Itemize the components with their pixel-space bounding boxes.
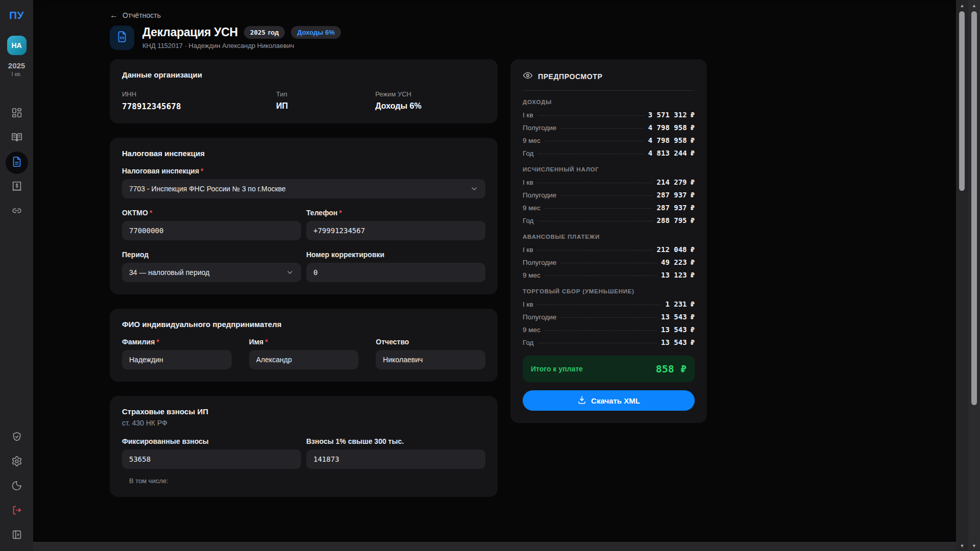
back-arrow-icon: ← <box>110 11 118 19</box>
total-due-value: 858 ₽ <box>656 363 687 375</box>
lastname-input[interactable] <box>122 350 232 369</box>
divider <box>523 90 695 91</box>
fixed-contrib-label: Фиксированные взносы <box>122 437 301 445</box>
window-edge <box>33 542 956 551</box>
required-mark: * <box>156 338 159 346</box>
year-badge: 2025 год <box>244 26 285 39</box>
extra-contrib-group: Взносы 1% свыше 300 тыс. <box>306 437 485 469</box>
panel-toggle-icon <box>11 529 22 542</box>
lastname-label: Фамилия* <box>122 338 232 346</box>
org-data-card: Данные организации ИНН 778912345678 Тип … <box>110 59 498 123</box>
receipt-icon <box>11 181 22 194</box>
sidebar-item-security[interactable] <box>6 427 28 449</box>
period-group: Период 34 — налоговый период <box>122 251 301 282</box>
document-icon <box>11 156 22 169</box>
sidebar-item-logout[interactable] <box>6 500 28 522</box>
window-scrollbar[interactable]: ▲ ▼ <box>968 0 980 551</box>
extra-contrib-label: Взносы 1% свыше 300 тыс. <box>306 437 485 445</box>
avatar[interactable]: НА <box>7 36 27 55</box>
scrollbar-thumb[interactable] <box>971 11 977 405</box>
fixed-contrib-input[interactable] <box>122 449 301 469</box>
inspection-card: Налоговая инспекция Налоговая инспекция*… <box>110 138 498 294</box>
correction-input[interactable] <box>306 263 485 282</box>
middlename-input[interactable] <box>376 350 485 369</box>
book-open-icon <box>11 132 22 145</box>
breadcrumb-back[interactable]: ← Отчётность <box>110 11 161 19</box>
card-title: Данные организации <box>122 70 485 79</box>
app-logo[interactable]: ПУ <box>9 9 24 21</box>
lastname-group: Фамилия* <box>122 338 232 369</box>
oktmo-group: ОКТМО* <box>122 209 301 240</box>
chevron-down-icon <box>470 185 478 193</box>
sidebar-year: 2025 <box>8 61 25 70</box>
sidebar-item-taxes[interactable] <box>6 176 28 198</box>
chevron-down-icon <box>286 268 294 277</box>
logout-icon <box>11 505 22 518</box>
sidebar-item-theme[interactable] <box>6 475 28 498</box>
preview-row: Год13 543₽ <box>523 338 695 346</box>
contributions-card: Страховые взносы ИП ст. 430 НК РФ Фиксир… <box>110 396 498 497</box>
download-icon <box>577 395 586 406</box>
preview-row: 9 мес13 123₽ <box>523 271 695 279</box>
middlename-group: Отчество <box>376 338 485 369</box>
page-subtitle: КНД 1152017 · Надеждин Александр Николае… <box>142 42 341 49</box>
required-mark: * <box>339 209 341 217</box>
sidebar-nav <box>6 103 28 223</box>
preview-section-title: АВАНСОВЫЕ ПЛАТЕЖИ <box>523 234 695 240</box>
page-title: Декларация УСН <box>142 26 238 39</box>
sidebar-item-collapse[interactable] <box>6 524 28 547</box>
sidebar-item-ledger[interactable] <box>6 127 28 149</box>
phone-input[interactable] <box>306 221 485 240</box>
link-icon <box>11 205 22 218</box>
sidebar-item-integrations[interactable] <box>6 201 28 223</box>
preview-section-title: ТОРГОВЫЙ СБОР (УМЕНЬШЕНИЕ) <box>523 288 695 294</box>
preview-row: 9 мес13 543₽ <box>523 325 695 334</box>
preview-row: Год288 795₽ <box>523 216 695 224</box>
gear-icon <box>11 456 22 469</box>
sidebar-item-reports[interactable] <box>6 152 28 174</box>
preview-row: I кв214 279₽ <box>523 178 695 186</box>
extra-contrib-input[interactable] <box>306 449 485 469</box>
moon-icon <box>11 480 22 493</box>
document-tile <box>110 26 134 50</box>
preview-row: I кв1 231₽ <box>523 300 695 308</box>
dashboard-icon <box>11 107 22 120</box>
required-mark: * <box>201 167 203 175</box>
content-scrollbar[interactable]: ▲ ▼ <box>956 0 968 551</box>
period-select[interactable]: 34 — налоговый период <box>122 263 301 282</box>
preview-section-title: ИСЧИСЛЕННЫЙ НАЛОГ <box>523 166 695 172</box>
sidebar-quarter: I кв. <box>12 71 22 77</box>
file-code-icon <box>115 30 129 45</box>
card-title: Налоговая инспекция <box>122 149 485 158</box>
scrollbar-thumb[interactable] <box>959 11 965 191</box>
card-subtitle: ст. 430 НК РФ <box>122 419 485 427</box>
card-title: ФИО индивидуального предпринимателя <box>122 320 485 329</box>
oktmo-input[interactable] <box>122 221 301 240</box>
inspection-select[interactable]: 7703 - Инспекция ФНС России № 3 по г.Мос… <box>122 179 485 198</box>
eye-icon <box>523 70 533 83</box>
phone-label: Телефон* <box>306 209 485 217</box>
scroll-down-arrow[interactable]: ▼ <box>956 543 968 548</box>
main-window: ← Отчётность Декларация УСН 2025 год Дох… <box>33 5 956 542</box>
correction-label: Номер корректировки <box>306 251 485 259</box>
preview-row: Полугодие49 223₽ <box>523 258 695 266</box>
including-label: В том числе: <box>129 477 485 485</box>
sidebar-nav-bottom <box>6 427 28 547</box>
download-xml-button[interactable]: Скачать XML <box>523 390 695 411</box>
inn-field: ИНН 778912345678 <box>122 90 276 111</box>
preview-row: I кв212 048₽ <box>523 245 695 254</box>
scroll-down-arrow[interactable]: ▼ <box>968 543 980 548</box>
preview-row: I кв3 571 312₽ <box>523 111 695 119</box>
preview-row: Полугодие287 937₽ <box>523 191 695 199</box>
inn-value: 778912345678 <box>122 102 276 111</box>
sidebar-item-settings[interactable] <box>6 451 28 473</box>
shield-check-icon <box>11 431 22 444</box>
sidebar: ПУ НА 2025 I кв. <box>0 0 33 551</box>
scroll-up-arrow[interactable]: ▲ <box>968 3 980 8</box>
preview-row: Полугодие13 543₽ <box>523 313 695 321</box>
sidebar-item-dashboard[interactable] <box>6 103 28 125</box>
regime-value: Доходы 6% <box>375 102 485 111</box>
scroll-up-arrow[interactable]: ▲ <box>956 3 968 8</box>
firstname-input[interactable] <box>249 350 359 369</box>
fio-card: ФИО индивидуального предпринимателя Фами… <box>110 309 498 382</box>
